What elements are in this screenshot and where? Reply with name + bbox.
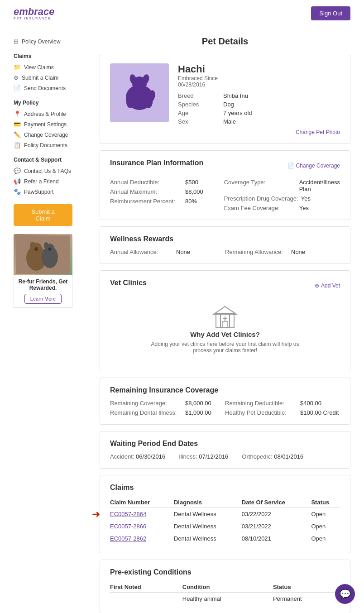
sidebar-item-policy-documents[interactable]: 📋 Policy Documents <box>14 140 86 150</box>
speaker-icon: 📢 <box>14 178 21 185</box>
sidebar-item-payment-settings[interactable]: 💳 Payment Settings <box>14 119 86 129</box>
change-pet-photo[interactable]: Change Pet Photo <box>178 129 340 135</box>
sidebar-section-my-policy: My Policy <box>14 100 86 106</box>
chat-bubble-button[interactable]: 💬 <box>335 584 355 604</box>
table-row: EC0057-2862 Dental Wellness 08/10/2021 O… <box>110 532 340 545</box>
sidebar-item-refer-friend[interactable]: 📢 Refer a Friend <box>14 176 86 187</box>
sidebar-item-address-profile[interactable]: 📍 Address & Profile <box>14 109 86 119</box>
grid-icon: ⊞ <box>14 38 19 45</box>
sidebar-item-change-coverage[interactable]: ✏️ Change Coverage <box>14 129 86 140</box>
sidebar-item-send-documents[interactable]: 📄 Send Documents <box>14 83 86 93</box>
promo-text-box: Re-fur Friends, Get Rewarded. Learn More <box>14 275 72 308</box>
pet-details-grid: Breed Shiba Inu Species Dog Age 7 years … <box>178 92 340 125</box>
chat-icon: 💬 <box>14 168 21 174</box>
sidebar-item-submit-claim[interactable]: ⊕ Submit a Claim <box>14 72 86 83</box>
pet-profile: Hachi Embraced Since 06/28/2016 Breed Sh… <box>110 63 340 135</box>
circle-plus-icon: ⊕ <box>14 74 19 81</box>
svg-point-8 <box>48 247 52 250</box>
sidebar: ⊞ Policy Overview Claims 📁 View Claims ⊕… <box>0 27 95 613</box>
preexisting-table: First Noted Condition Status Healthy ani… <box>110 582 340 605</box>
sidebar-item-contact-us[interactable]: 💬 Contact Us & FAQs <box>14 166 86 176</box>
preexisting-conditions-card: Pre-existing Conditions First Noted Cond… <box>100 560 350 613</box>
vet-clinics-empty: Why Add Vet Clinics? Adding your vet cli… <box>110 300 340 363</box>
waiting-period-card: Waiting Period End Dates Accident: 06/30… <box>100 431 350 469</box>
col-claim-number: Claim Number <box>110 497 174 508</box>
svg-point-5 <box>30 242 35 249</box>
plan-details-grid: Annual Deductible: $500 Annual Maximum: … <box>110 179 340 211</box>
claims-card: Claims Claim Number Diagnosis Date Of Se… <box>100 475 350 553</box>
submit-claim-sidebar-button[interactable]: Submit a Claim <box>14 204 72 226</box>
pet-info: Hachi Embraced Since 06/28/2016 Breed Sh… <box>178 63 340 135</box>
preexisting-header-row: First Noted Condition Status <box>110 582 340 593</box>
paw-icon: 🐾 <box>14 188 21 195</box>
folder-icon: 📁 <box>14 64 21 71</box>
change-coverage-link[interactable]: 📄 Change Coverage <box>287 163 340 169</box>
col-first-noted: First Noted <box>110 582 182 593</box>
vet-empty-desc: Adding your vet clinics here before your… <box>146 341 304 354</box>
sidebar-section-contact-support: Contact & Support <box>14 157 86 163</box>
wellness-grid: Annual Allowance: None Remaining Allowan… <box>110 249 340 255</box>
main-layout: ⊞ Policy Overview Claims 📁 View Claims ⊕… <box>0 27 364 613</box>
col-preexisting-status: Status <box>273 582 340 593</box>
plus-circle-icon: ⊕ <box>315 283 319 289</box>
dogs-promo-image <box>16 235 70 274</box>
sidebar-section-claims: Claims <box>14 53 86 59</box>
location-icon: 📍 <box>14 110 21 117</box>
table-row: ➜ EC0057-2864 Dental Wellness 03/22/2022… <box>110 508 340 521</box>
remaining-coverage-card: Remaining Insurance Coverage Remaining C… <box>100 378 350 425</box>
dog-silhouette-svg <box>117 70 162 115</box>
claim-link[interactable]: EC0057-2864 <box>110 511 146 517</box>
vet-clinics-header: Vet Clinics ⊕ Add Vet <box>110 279 340 292</box>
red-arrow-icon: ➜ <box>92 508 100 520</box>
coverage-icon: 📄 <box>287 163 294 169</box>
learn-more-button[interactable]: Learn More <box>24 294 62 304</box>
waiting-period-dates: Accident: 06/30/2016 Illness: 07/12/2016… <box>110 453 340 460</box>
svg-rect-21 <box>222 321 228 328</box>
claims-table-header-row: Claim Number Diagnosis Date Of Service S… <box>110 497 340 508</box>
promo-box: Re-fur Friends, Get Rewarded. Learn More <box>14 234 72 308</box>
logo: embracePET INSURANCE <box>14 7 55 20</box>
plan-header: Insurance Plan Information 📄 Change Cove… <box>110 159 340 172</box>
table-row: Healthy animal Permanent <box>110 593 340 605</box>
vet-empty-title: Why Add Vet Clinics? <box>110 330 340 338</box>
claim-link[interactable]: EC0057-2866 <box>110 523 146 530</box>
sign-out-button[interactable]: Sign Out <box>311 6 350 20</box>
document-icon: 📄 <box>14 85 21 91</box>
promo-title: Re-fur Friends, Get Rewarded. <box>18 278 68 291</box>
pet-details-card: Hachi Embraced Since 06/28/2016 Breed Sh… <box>100 55 350 144</box>
edit-icon: ✏️ <box>14 131 21 138</box>
col-date-of-service: Date Of Service <box>242 497 311 508</box>
col-diagnosis: Diagnosis <box>174 497 242 508</box>
col-status: Status <box>311 497 340 508</box>
claim-link[interactable]: EC0057-2862 <box>110 535 146 542</box>
sidebar-item-view-claims[interactable]: 📁 View Claims <box>14 62 86 72</box>
card-icon: 💳 <box>14 121 21 128</box>
content-area: Pet Details Hachi <box>95 27 364 613</box>
header: embracePET INSURANCE Sign Out <box>0 0 364 27</box>
promo-image <box>14 234 72 275</box>
remaining-coverage-grid: Remaining Coverage: $8,000.00 Remaining … <box>110 400 340 416</box>
file-icon: 📋 <box>14 142 21 148</box>
claims-table: Claim Number Diagnosis Date Of Service S… <box>110 497 340 545</box>
wellness-rewards-card: Wellness Rewards Annual Allowance: None … <box>100 226 350 264</box>
insurance-plan-card: Insurance Plan Information 📄 Change Cove… <box>100 150 350 220</box>
pet-name: Hachi <box>178 63 340 75</box>
sidebar-item-policy-overview[interactable]: ⊞ Policy Overview <box>14 36 86 47</box>
sidebar-item-pawsupport[interactable]: 🐾 PawSupport <box>14 187 86 197</box>
page-title: Pet Details <box>100 36 350 47</box>
svg-point-6 <box>44 242 48 249</box>
embraced-since: Embraced Since 06/28/2016 <box>178 75 340 88</box>
vet-clinics-card: Vet Clinics ⊕ Add Vet <box>100 270 350 371</box>
add-vet-link[interactable]: ⊕ Add Vet <box>315 283 340 289</box>
pet-photo <box>110 63 169 122</box>
table-row: EC0057-2866 Dental Wellness 03/21/2022 O… <box>110 520 340 532</box>
col-condition: Condition <box>182 582 273 593</box>
svg-point-7 <box>34 247 38 251</box>
hospital-icon <box>110 304 340 330</box>
